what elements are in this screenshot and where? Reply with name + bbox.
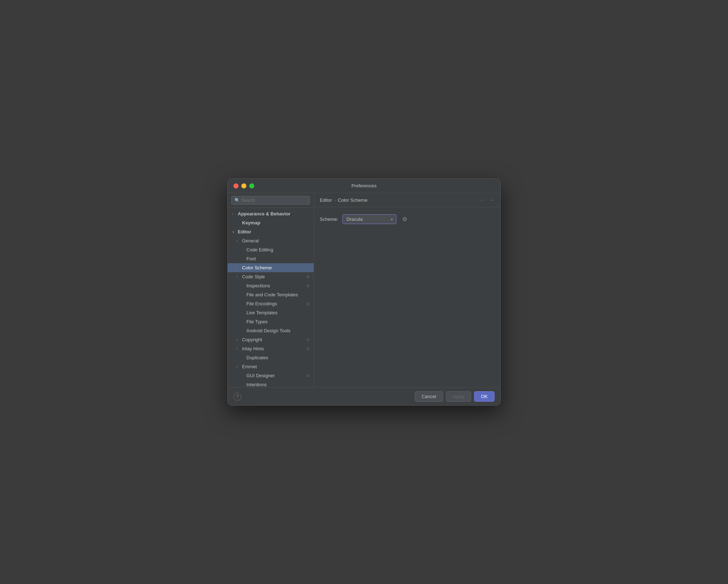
search-icon: 🔍 xyxy=(235,198,240,203)
gear-button[interactable]: ⚙ xyxy=(401,214,409,224)
sidebar-item-label: General xyxy=(242,238,259,243)
sidebar-item-label: Intentions xyxy=(246,382,267,387)
sidebar-item-label: Copyright xyxy=(242,337,262,342)
maximize-button[interactable] xyxy=(249,183,254,188)
sidebar-item-label: File and Code Templates xyxy=(246,292,298,297)
footer-buttons: Cancel Apply OK xyxy=(415,391,495,402)
badge-icon: ⊟ xyxy=(306,302,309,306)
sidebar-item-keymap[interactable]: Keymap xyxy=(228,218,314,227)
sidebar-item-label: Font xyxy=(246,256,256,261)
sidebar-item-label: Code Style xyxy=(242,274,265,279)
sidebar-item-gui-designer[interactable]: GUI Designer ⊟ xyxy=(228,371,314,380)
sidebar-item-code-style[interactable]: › Code Style ⊟ xyxy=(228,272,314,281)
main-content: 🔍 › Appearance & Behavior Keymap ∨ xyxy=(228,193,500,387)
window-title: Preferences xyxy=(351,183,377,188)
help-button[interactable]: ? xyxy=(233,393,241,401)
breadcrumb-current: Color Scheme xyxy=(338,197,367,203)
scheme-row: Scheme: Dracula Default High Contrast Mo… xyxy=(320,214,495,224)
back-arrow[interactable]: ← xyxy=(480,197,486,203)
chevron-icon: › xyxy=(236,275,241,279)
sidebar-item-label: Emmet xyxy=(242,364,257,369)
sidebar-item-label: Duplicates xyxy=(246,355,268,360)
sidebar: 🔍 › Appearance & Behavior Keymap ∨ xyxy=(228,193,314,387)
right-header: Editor › Color Scheme ← → xyxy=(314,193,500,207)
apply-button[interactable]: Apply xyxy=(446,391,472,402)
breadcrumb-parent: Editor xyxy=(320,197,332,203)
badge-icon: ⊟ xyxy=(306,338,309,342)
sidebar-item-android-design-tools[interactable]: Android Design Tools xyxy=(228,326,314,335)
sidebar-item-code-editing[interactable]: Code Editing xyxy=(228,245,314,254)
sidebar-item-editor[interactable]: ∨ Editor xyxy=(228,227,314,236)
sidebar-item-general[interactable]: › General xyxy=(228,236,314,245)
minimize-button[interactable] xyxy=(241,183,246,188)
sidebar-item-label: GUI Designer xyxy=(246,373,275,378)
chevron-icon: › xyxy=(236,347,241,351)
search-bar: 🔍 xyxy=(228,193,314,208)
sidebar-item-file-encodings[interactable]: File Encodings ⊟ xyxy=(228,299,314,308)
ok-button[interactable]: OK xyxy=(474,391,495,402)
chevron-icon: › xyxy=(236,338,241,342)
chevron-icon: › xyxy=(232,212,236,216)
sidebar-item-intentions[interactable]: Intentions xyxy=(228,380,314,387)
scheme-select-wrapper: Dracula Default High Contrast Monokai ▼ xyxy=(342,214,396,224)
chevron-icon: › xyxy=(236,266,241,270)
sidebar-item-duplicates[interactable]: Duplicates xyxy=(228,353,314,362)
badge-icon: ⊟ xyxy=(306,275,309,279)
sidebar-item-label: File Types xyxy=(246,319,268,324)
nav-arrows: ← → xyxy=(480,197,495,203)
forward-arrow[interactable]: → xyxy=(489,197,495,203)
sidebar-item-font[interactable]: Font xyxy=(228,254,314,263)
badge-icon: ⊟ xyxy=(306,284,309,288)
sidebar-item-label: Keymap xyxy=(242,220,260,225)
right-panel: Editor › Color Scheme ← → Scheme: Dracul… xyxy=(314,193,500,387)
sidebar-item-label: Editor xyxy=(238,229,251,234)
sidebar-item-emmet[interactable]: › Emmet xyxy=(228,362,314,371)
sidebar-item-label: Inspections xyxy=(246,283,270,288)
sidebar-item-label: Appearance & Behavior xyxy=(238,211,291,216)
sidebar-item-label: File Encodings xyxy=(246,301,277,306)
search-input[interactable] xyxy=(241,198,307,203)
chevron-down-icon: ∨ xyxy=(232,230,236,234)
preferences-window: Preferences 🔍 › Appearance & Behavior xyxy=(227,178,501,406)
close-button[interactable] xyxy=(233,183,238,188)
breadcrumb: Editor › Color Scheme xyxy=(320,197,368,203)
chevron-icon: › xyxy=(236,365,241,369)
footer: ? Cancel Apply OK xyxy=(228,387,500,405)
sidebar-item-file-types[interactable]: File Types xyxy=(228,317,314,326)
sidebar-item-label: Color Scheme xyxy=(242,265,272,270)
breadcrumb-separator: › xyxy=(334,197,336,203)
sidebar-item-appearance-behavior[interactable]: › Appearance & Behavior xyxy=(228,209,314,218)
sidebar-item-inlay-hints[interactable]: › Inlay Hints ⊟ xyxy=(228,344,314,353)
sidebar-item-label: Code Editing xyxy=(246,247,273,252)
sidebar-item-copyright[interactable]: › Copyright ⊟ xyxy=(228,335,314,344)
sidebar-item-label: Android Design Tools xyxy=(246,328,291,333)
titlebar: Preferences xyxy=(228,179,500,193)
sidebar-item-label: Live Templates xyxy=(246,310,277,315)
sidebar-item-color-scheme[interactable]: › Color Scheme xyxy=(228,263,314,272)
sidebar-list: › Appearance & Behavior Keymap ∨ Editor … xyxy=(228,208,314,387)
cancel-button[interactable]: Cancel xyxy=(415,391,443,402)
badge-icon: ⊟ xyxy=(306,374,309,378)
sidebar-item-inspections[interactable]: Inspections ⊟ xyxy=(228,281,314,290)
chevron-icon: › xyxy=(236,239,241,243)
scheme-label: Scheme: xyxy=(320,216,338,222)
badge-icon: ⊟ xyxy=(306,347,309,351)
sidebar-item-file-code-templates[interactable]: File and Code Templates xyxy=(228,290,314,299)
sidebar-item-label: Inlay Hints xyxy=(242,346,264,351)
search-wrapper: 🔍 xyxy=(231,196,310,205)
right-body: Scheme: Dracula Default High Contrast Mo… xyxy=(314,207,500,387)
sidebar-item-live-templates[interactable]: Live Templates xyxy=(228,308,314,317)
scheme-select[interactable]: Dracula Default High Contrast Monokai xyxy=(342,214,396,224)
traffic-lights xyxy=(233,183,254,188)
